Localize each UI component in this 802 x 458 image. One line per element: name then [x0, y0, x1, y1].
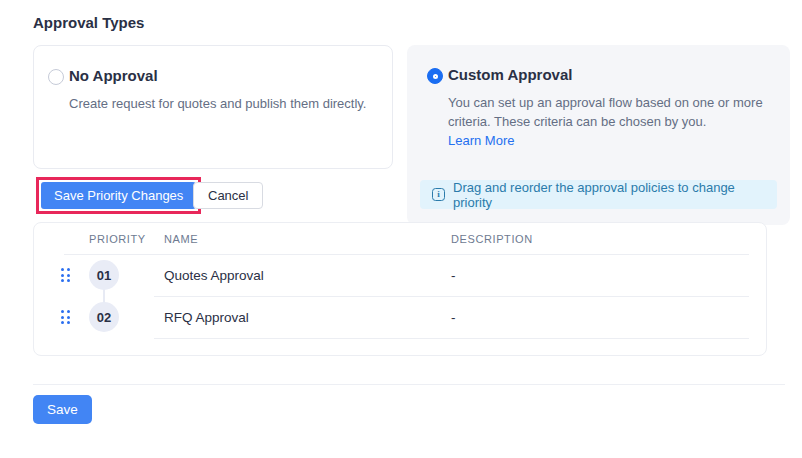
priority-badge: 01	[89, 260, 119, 290]
table-header-row: PRIORITY NAME DESCRIPTION	[34, 223, 766, 254]
no-approval-description: Create request for quotes and publish th…	[69, 94, 389, 113]
column-header-name: NAME	[164, 233, 198, 245]
info-icon: i	[432, 188, 445, 201]
radio-dot	[433, 74, 438, 79]
no-approval-label: No Approval	[69, 67, 158, 84]
custom-approval-label: Custom Approval	[448, 66, 572, 83]
table-row-quotes-approval: 01 Quotes Approval -	[34, 254, 766, 296]
policy-description: -	[451, 310, 456, 325]
priority-badge: 02	[89, 302, 119, 332]
option-card-no-approval[interactable]: No Approval Create request for quotes an…	[33, 45, 393, 169]
drag-reorder-banner: i Drag and reorder the approval policies…	[420, 180, 777, 209]
save-button[interactable]: Save	[33, 395, 92, 424]
drag-handle-icon[interactable]	[61, 268, 70, 282]
column-header-description: DESCRIPTION	[451, 233, 533, 245]
custom-approval-description: You can set up an approval flow based on…	[448, 93, 780, 150]
cancel-button[interactable]: Cancel	[193, 182, 263, 209]
approval-types-page: Approval Types No Approval Create reques…	[0, 0, 802, 458]
column-header-priority: PRIORITY	[89, 233, 146, 245]
table-row-rfq-approval: 02 RFQ Approval -	[34, 296, 766, 338]
policy-name: Quotes Approval	[164, 268, 264, 283]
banner-text: Drag and reorder the approval policies t…	[453, 180, 777, 210]
no-approval-radio-unselected[interactable]	[48, 69, 64, 85]
drag-handle-icon[interactable]	[61, 310, 70, 324]
approval-policies-table: PRIORITY NAME DESCRIPTION 01 Quotes Appr…	[33, 222, 767, 356]
policy-description: -	[451, 268, 456, 283]
annotation-highlight-box: Save Priority Changes	[36, 177, 201, 214]
custom-approval-description-text: You can set up an approval flow based on…	[448, 95, 763, 129]
section-divider	[33, 384, 785, 385]
custom-approval-radio-selected[interactable]	[427, 68, 443, 84]
page-title: Approval Types	[33, 14, 144, 31]
option-card-custom-approval[interactable]: Custom Approval You can set up an approv…	[407, 45, 790, 225]
policy-name: RFQ Approval	[164, 310, 249, 325]
row-separator	[154, 338, 749, 339]
save-priority-changes-button[interactable]: Save Priority Changes	[41, 182, 196, 209]
learn-more-link[interactable]: Learn More	[448, 133, 514, 148]
